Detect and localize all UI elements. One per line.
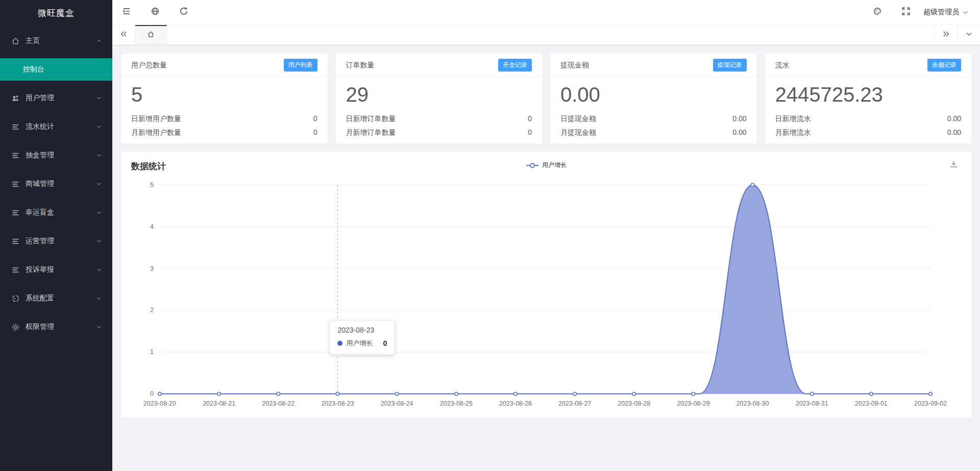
svg-text:2023-08-24: 2023-08-24 [381, 400, 413, 407]
stat-card-value: 0.00 [560, 80, 747, 109]
svg-text:2023-08-25: 2023-08-25 [440, 400, 473, 407]
sidebar: 微旺魔盒 主页控制台用户管理流水统计抽盒管理商城管理幸运盲盒运营管理投诉举报系统… [0, 0, 112, 471]
sidebar-item-home[interactable]: 主页 [0, 27, 112, 55]
stat-card-row: 月新增用户数量0 [131, 126, 317, 139]
tab-bar [112, 25, 980, 45]
stat-card-orders: 订单数量开盒记录29日新增订单数量0月新增订单数量0 [336, 54, 543, 144]
stat-card-badge-withdraw[interactable]: 提现记录 [713, 59, 747, 72]
topbar: 超级管理员 [112, 0, 980, 25]
area-chart[interactable]: 0123452023-08-202023-08-212023-08-222023… [121, 152, 972, 417]
stat-card-row: 月新增流水0.00 [775, 126, 962, 139]
sidebar-item-draw-box-manage[interactable]: 抽盒管理 [0, 141, 112, 170]
home-icon [11, 37, 20, 45]
sidebar-item-complaint-report[interactable]: 投诉举报 [0, 255, 112, 284]
stat-card-users: 用户总数量用户列表5日新增用户数量0月新增用户数量0 [121, 54, 328, 144]
sidebar-item-label: 权限管理 [26, 322, 96, 332]
stat-row-value: 0 [313, 126, 317, 139]
svg-text:2023-08-27: 2023-08-27 [558, 400, 591, 407]
stat-row-label: 日新增订单数量 [346, 112, 396, 126]
sidebar-item-label: 幸运盲盒 [26, 208, 96, 217]
svg-text:2023-08-26: 2023-08-26 [499, 400, 532, 407]
svg-text:2023-08-30: 2023-08-30 [737, 400, 769, 407]
config-icon [11, 294, 20, 303]
chevron-down-icon [962, 9, 969, 16]
stat-card-badge-orders[interactable]: 开盒记录 [498, 59, 532, 72]
sidebar-item-label: 抽盒管理 [26, 151, 96, 160]
tooltip-series-name: 用户增长 [346, 339, 373, 348]
tabs-scroll-left-button[interactable] [112, 25, 135, 44]
tabs-menu-button[interactable] [957, 25, 980, 44]
stat-card-badge-flow[interactable]: 余额记录 [927, 59, 961, 72]
stat-row-value: 0 [528, 126, 532, 139]
sidebar-item-flow-stats[interactable]: 流水统计 [0, 112, 112, 141]
double-chevron-right-icon [942, 30, 950, 40]
stat-card-header: 用户总数量用户列表 [121, 54, 328, 77]
app-root: 微旺魔盒 主页控制台用户管理流水统计抽盒管理商城管理幸运盲盒运营管理投诉举报系统… [0, 0, 980, 471]
sidebar-item-operation-manage[interactable]: 运营管理 [0, 227, 112, 255]
refresh-icon [179, 7, 188, 18]
chevron-down-icon [96, 124, 102, 130]
tab-home[interactable] [135, 25, 167, 44]
main-column: 超级管理员 用户总数量用户列表5日新增用户数量0月新增用户数量0订单数量开盒记录… [112, 0, 980, 471]
sidebar-item-label: 控制台 [23, 65, 102, 74]
svg-text:2023-08-28: 2023-08-28 [618, 400, 650, 407]
tabs-scroll-right-button[interactable] [934, 25, 957, 44]
menu-fold-icon [122, 7, 131, 18]
stat-row-value: 0.00 [947, 126, 961, 139]
sidebar-item-console[interactable]: 控制台 [0, 58, 112, 81]
stat-card-row: 月提现金额0.00 [560, 126, 747, 139]
language-button[interactable] [141, 0, 169, 25]
sidebar-item-label: 用户管理 [26, 93, 96, 103]
chart-card: 数据统计 用户增长 0123452023-08-202023-08-212023… [121, 152, 971, 417]
sidebar-item-user-manage[interactable]: 用户管理 [0, 84, 112, 112]
globe-icon [151, 7, 160, 18]
tabs-spacer [167, 25, 934, 44]
stat-card-title: 流水 [775, 61, 790, 70]
stat-card-title: 用户总数量 [131, 61, 167, 70]
svg-text:1: 1 [150, 348, 154, 356]
chevron-up-icon [96, 38, 102, 44]
sidebar-item-permission-manage[interactable]: 权限管理 [0, 313, 112, 341]
menu-fold-button[interactable] [112, 0, 141, 25]
list-icon [11, 237, 20, 246]
sidebar-item-label: 流水统计 [26, 122, 96, 131]
chevron-down-icon [96, 238, 102, 244]
sidebar-item-label: 主页 [26, 36, 96, 45]
sidebar-item-lucky-blind-box[interactable]: 幸运盲盒 [0, 198, 112, 227]
chevron-down-icon [96, 324, 102, 330]
stat-card-title: 订单数量 [346, 61, 375, 70]
chevron-down-icon [96, 152, 102, 158]
theme-button[interactable] [863, 0, 892, 25]
svg-text:2023-09-01: 2023-09-01 [855, 400, 888, 407]
sidebar-item-system-config[interactable]: 系统配置 [0, 284, 112, 313]
stat-card-body: 2445725.23日新增流水0.00月新增流水0.00 [765, 77, 972, 139]
chevron-down-icon [96, 181, 102, 187]
palette-icon [873, 7, 882, 18]
svg-text:2023-09-02: 2023-09-02 [914, 400, 947, 407]
stat-card-body: 0.00日提现金额0.00月提现金额0.00 [550, 77, 757, 139]
chevron-down-icon [96, 209, 102, 216]
app-logo: 微旺魔盒 [0, 0, 112, 27]
svg-text:4: 4 [150, 223, 154, 230]
stat-card-badge-users[interactable]: 用户列表 [284, 59, 317, 72]
tooltip-date: 2023-08-23 [337, 326, 387, 334]
stat-row-value: 0.00 [732, 112, 746, 126]
stat-card-row: 日新增流水0.00 [775, 112, 962, 126]
sidebar-item-mall-manage[interactable]: 商城管理 [0, 170, 112, 198]
stat-card-value: 2445725.23 [775, 80, 962, 109]
stat-row-value: 0 [528, 112, 532, 126]
user-dropdown[interactable]: 超级管理员 [923, 8, 969, 17]
gear-icon [11, 323, 20, 332]
tooltip-value: 0 [383, 339, 387, 347]
refresh-button[interactable] [169, 0, 198, 25]
stat-card-header: 流水余额记录 [765, 54, 972, 77]
home-icon [147, 31, 155, 40]
stat-card-title: 提现金额 [560, 61, 589, 70]
fullscreen-button[interactable] [892, 0, 920, 25]
stat-card-body: 5日新增用户数量0月新增用户数量0 [121, 77, 328, 139]
stat-row-label: 月新增用户数量 [131, 126, 181, 139]
svg-text:2023-08-20: 2023-08-20 [143, 400, 176, 407]
chevron-down-icon [96, 95, 102, 101]
chevron-down-icon [965, 30, 973, 40]
stat-row-label: 月提现金额 [560, 126, 596, 139]
